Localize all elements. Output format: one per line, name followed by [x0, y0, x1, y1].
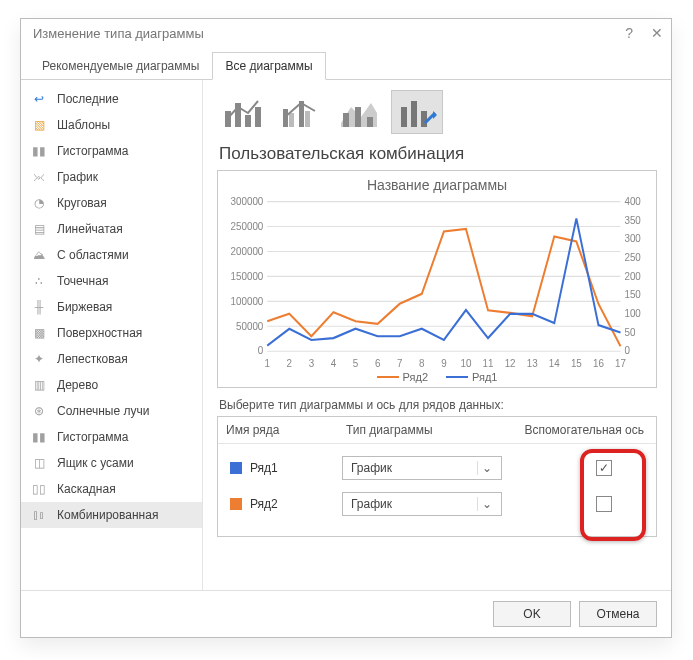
tab-recommended[interactable]: Рекомендуемые диаграммы	[29, 52, 212, 80]
svg-text:2: 2	[287, 357, 293, 369]
histogram-chart-icon: ▮▮	[31, 429, 47, 445]
sidebar-item-templates[interactable]: ▧Шаблоны	[21, 112, 202, 138]
stock-chart-icon: ╫	[31, 299, 47, 315]
secondary-axis-checkbox[interactable]: ✓	[596, 460, 612, 476]
series-type-select[interactable]: График⌄	[342, 456, 502, 480]
surface-chart-icon: ▩	[31, 325, 47, 341]
sidebar-item-combo[interactable]: ⫿⫾Комбинированная	[21, 502, 202, 528]
dialog-footer: OK Отмена	[21, 590, 671, 637]
series-color-swatch	[230, 498, 242, 510]
svg-rect-4	[283, 109, 288, 127]
line-chart-icon: ⩙	[31, 169, 47, 185]
sidebar-item-stock[interactable]: ╫Биржевая	[21, 294, 202, 320]
dialog-title: Изменение типа диаграммы	[33, 26, 204, 41]
col-secondary-axis: Вспомогательная ось	[508, 417, 656, 443]
area-chart-icon: ⛰	[31, 247, 47, 263]
box-whisker-icon: ◫	[31, 455, 47, 471]
series-row: Ряд2 График⌄	[222, 486, 652, 522]
svg-text:200000: 200000	[231, 245, 264, 257]
tab-all[interactable]: Все диаграммы	[212, 52, 325, 80]
svg-text:350: 350	[624, 214, 641, 226]
sidebar-item-area[interactable]: ⛰С областями	[21, 242, 202, 268]
svg-text:50000: 50000	[236, 320, 263, 332]
svg-text:300: 300	[624, 233, 641, 245]
svg-text:50: 50	[624, 326, 635, 338]
treemap-chart-icon: ▥	[31, 377, 47, 393]
combo-subtype-custom[interactable]	[391, 90, 443, 134]
preview-legend: Ряд2 Ряд1	[226, 371, 648, 383]
main-panel: Пользовательская комбинация Название диа…	[203, 80, 671, 590]
svg-rect-5	[289, 113, 294, 127]
svg-rect-2	[245, 115, 251, 127]
tabs: Рекомендуемые диаграммы Все диаграммы	[21, 51, 671, 80]
sidebar-item-bar[interactable]: ▤Линейчатая	[21, 216, 202, 242]
chart-preview: Название диаграммы 050000100000150000200…	[217, 170, 657, 388]
svg-text:400: 400	[624, 195, 641, 207]
svg-text:11: 11	[483, 357, 494, 369]
sidebar-item-scatter[interactable]: ∴Точечная	[21, 268, 202, 294]
preview-plot: 0500001000001500002000002500003000000501…	[226, 195, 648, 371]
cancel-button[interactable]: Отмена	[579, 601, 657, 627]
combo-subtype-2[interactable]	[275, 90, 327, 134]
svg-rect-13	[421, 111, 427, 127]
svg-text:16: 16	[593, 357, 604, 369]
sidebar-item-boxwhisker[interactable]: ◫Ящик с усами	[21, 450, 202, 476]
bar-chart-icon: ▤	[31, 221, 47, 237]
svg-text:10: 10	[461, 357, 472, 369]
svg-text:8: 8	[419, 357, 425, 369]
sidebar-item-surface[interactable]: ▩Поверхностная	[21, 320, 202, 346]
svg-text:100: 100	[624, 308, 641, 320]
svg-rect-3	[255, 107, 261, 127]
svg-rect-8	[343, 113, 349, 127]
sidebar-item-treemap[interactable]: ▥Дерево	[21, 372, 202, 398]
change-chart-type-dialog: Изменение типа диаграммы ? ✕ Рекомендуем…	[20, 18, 672, 638]
col-series-name: Имя ряда	[218, 417, 338, 443]
col-chart-type: Тип диаграммы	[338, 417, 508, 443]
svg-text:12: 12	[505, 357, 516, 369]
sidebar-item-recent[interactable]: ↩Последние	[21, 86, 202, 112]
svg-text:0: 0	[258, 345, 264, 357]
series-type-select[interactable]: График⌄	[342, 492, 502, 516]
secondary-axis-checkbox[interactable]	[596, 496, 612, 512]
svg-text:14: 14	[549, 357, 560, 369]
svg-text:17: 17	[615, 357, 626, 369]
svg-text:250: 250	[624, 252, 641, 264]
series-config-label: Выберите тип диаграммы и ось для рядов д…	[219, 398, 657, 412]
series-color-swatch	[230, 462, 242, 474]
titlebar: Изменение типа диаграммы ? ✕	[21, 19, 671, 41]
sidebar-item-histogram[interactable]: ▮▮Гистограмма	[21, 424, 202, 450]
svg-rect-11	[401, 107, 407, 127]
svg-text:13: 13	[527, 357, 538, 369]
combo-subtype-row	[217, 90, 657, 134]
combo-subtype-3[interactable]	[333, 90, 385, 134]
svg-text:15: 15	[571, 357, 582, 369]
svg-text:200: 200	[624, 270, 641, 282]
recent-icon: ↩	[31, 91, 47, 107]
sidebar-item-radar[interactable]: ✦Лепестковая	[21, 346, 202, 372]
combo-chart-icon: ⫿⫾	[31, 507, 47, 523]
sidebar-item-column[interactable]: ▮▮Гистограмма	[21, 138, 202, 164]
templates-icon: ▧	[31, 117, 47, 133]
svg-text:3: 3	[309, 357, 315, 369]
help-icon[interactable]: ?	[625, 25, 633, 41]
svg-rect-10	[367, 117, 373, 127]
chevron-down-icon: ⌄	[477, 461, 495, 475]
svg-text:9: 9	[441, 357, 447, 369]
svg-rect-9	[355, 107, 361, 127]
close-icon[interactable]: ✕	[651, 25, 663, 41]
combo-subtype-1[interactable]	[217, 90, 269, 134]
svg-text:1: 1	[264, 357, 270, 369]
svg-text:150: 150	[624, 289, 641, 301]
sidebar-item-line[interactable]: ⩙График	[21, 164, 202, 190]
sidebar-item-sunburst[interactable]: ⊛Солнечные лучи	[21, 398, 202, 424]
svg-text:0: 0	[624, 345, 630, 357]
ok-button[interactable]: OK	[493, 601, 571, 627]
svg-text:150000: 150000	[231, 270, 264, 282]
waterfall-chart-icon: ▯▯	[31, 481, 47, 497]
sidebar-item-waterfall[interactable]: ▯▯Каскадная	[21, 476, 202, 502]
series-config-table: Имя ряда Тип диаграммы Вспомогательная о…	[217, 416, 657, 537]
sidebar-item-pie[interactable]: ◔Круговая	[21, 190, 202, 216]
svg-text:5: 5	[353, 357, 359, 369]
column-chart-icon: ▮▮	[31, 143, 47, 159]
preview-chart-title: Название диаграммы	[226, 177, 648, 193]
